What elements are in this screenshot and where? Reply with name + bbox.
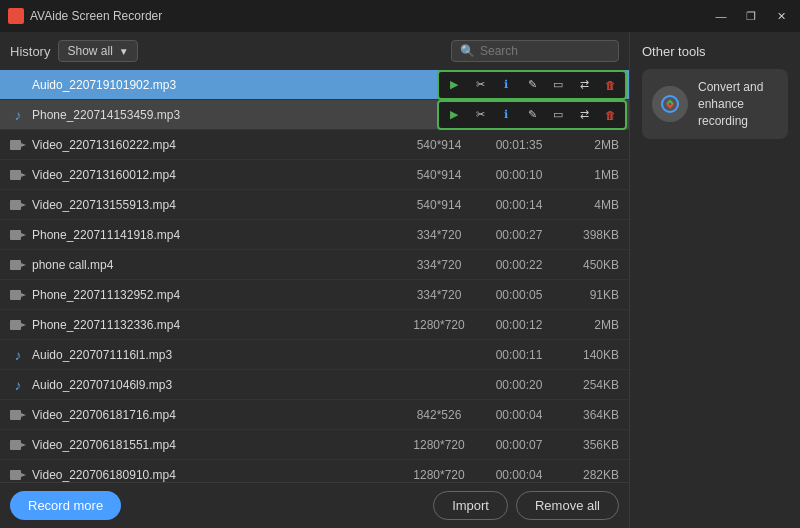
cut-action-button[interactable]: ✂ [469, 104, 491, 126]
file-row[interactable]: Video_220713155913.mp4540*91400:00:144MB [0, 190, 629, 220]
convert-enhance-tool[interactable]: Convert and enhance recording [642, 69, 788, 139]
delete-action-button[interactable]: 🗑 [599, 104, 621, 126]
file-name: Video_220706181716.mp4 [32, 408, 399, 422]
file-row[interactable]: ♪Auido_2207071046l9.mp300:00:20254KB [0, 370, 629, 400]
video-file-icon [10, 317, 26, 333]
file-duration: 00:00:04 [479, 408, 559, 422]
window-controls: — ❐ ✕ [710, 5, 792, 27]
file-duration: 00:00:10 [479, 168, 559, 182]
remove-all-button[interactable]: Remove all [516, 491, 619, 520]
file-row[interactable]: Video_220706180910.mp41280*72000:00:0428… [0, 460, 629, 482]
convert-enhance-label: Convert and enhance recording [698, 79, 778, 129]
audio-file-icon: ♪ [10, 77, 26, 93]
file-row[interactable]: Phone_220711132952.mp4334*72000:00:0591K… [0, 280, 629, 310]
other-tools-title: Other tools [642, 44, 788, 59]
play-action-button[interactable]: ▶ [443, 74, 465, 96]
minimize-button[interactable]: — [710, 5, 732, 27]
play-action-button[interactable]: ▶ [443, 104, 465, 126]
svg-marker-1 [21, 143, 26, 147]
right-panel: Other tools Convert and enhance recordin… [630, 32, 800, 528]
svg-marker-19 [21, 473, 26, 477]
close-button[interactable]: ✕ [770, 5, 792, 27]
search-input[interactable] [480, 44, 610, 58]
file-row[interactable]: Video_220713160012.mp4540*91400:00:101MB [0, 160, 629, 190]
history-dropdown[interactable]: Show all ▼ [58, 40, 137, 62]
file-resolution: 334*720 [399, 288, 479, 302]
left-panel: History Show all ▼ 🔍 ♪Auido_220719101902… [0, 32, 630, 528]
file-size: 140KB [559, 348, 619, 362]
svg-marker-7 [21, 233, 26, 237]
svg-rect-18 [10, 470, 21, 480]
file-row[interactable]: Video_220706181551.mp41280*72000:00:0735… [0, 430, 629, 460]
file-duration: 00:01:35 [479, 138, 559, 152]
file-size: 398KB [559, 228, 619, 242]
history-label: History [10, 44, 50, 59]
history-dropdown-value: Show all [67, 44, 112, 58]
row-actions: ▶✂ℹ✎▭⇄🗑 [437, 70, 627, 100]
svg-marker-5 [21, 203, 26, 207]
history-bar: History Show all ▼ 🔍 [0, 32, 629, 70]
file-row[interactable]: ♪Auido_220719101902.mp300:00:23417KB▶✂ℹ✎… [0, 70, 629, 100]
svg-rect-6 [10, 230, 21, 240]
svg-marker-11 [21, 293, 26, 297]
cut-action-button[interactable]: ✂ [469, 74, 491, 96]
file-duration: 00:00:11 [479, 348, 559, 362]
info-action-button[interactable]: ℹ [495, 104, 517, 126]
svg-marker-13 [21, 323, 26, 327]
file-duration: 00:00:04 [479, 468, 559, 482]
info-action-button[interactable]: ℹ [495, 74, 517, 96]
file-duration: 00:00:27 [479, 228, 559, 242]
maximize-button[interactable]: ❐ [740, 5, 762, 27]
folder-action-button[interactable]: ▭ [547, 74, 569, 96]
file-name: Auido_220719101902.mp3 [32, 78, 399, 92]
file-resolution: 540*914 [399, 138, 479, 152]
file-size: 2MB [559, 318, 619, 332]
svg-rect-12 [10, 320, 21, 330]
video-file-icon [10, 287, 26, 303]
file-row[interactable]: Phone_220711132336.mp41280*72000:00:122M… [0, 310, 629, 340]
file-resolution: 334*720 [399, 228, 479, 242]
file-size: 1MB [559, 168, 619, 182]
titlebar: AVAide Screen Recorder — ❐ ✕ [0, 0, 800, 32]
file-duration: 00:00:14 [479, 198, 559, 212]
file-name: Video_220713155913.mp4 [32, 198, 399, 212]
video-file-icon [10, 227, 26, 243]
share-action-button[interactable]: ⇄ [573, 104, 595, 126]
file-row[interactable]: ♪Auido_2207071116l1.mp300:00:11140KB [0, 340, 629, 370]
file-name: Auido_2207071046l9.mp3 [32, 378, 399, 392]
edit-action-button[interactable]: ✎ [521, 104, 543, 126]
file-row[interactable]: phone call.mp4334*72000:00:22450KB [0, 250, 629, 280]
file-size: 356KB [559, 438, 619, 452]
file-row[interactable]: Video_220706181716.mp4842*52600:00:04364… [0, 400, 629, 430]
svg-marker-9 [21, 263, 26, 267]
file-name: Phone_220711132952.mp4 [32, 288, 399, 302]
file-resolution: 540*914 [399, 198, 479, 212]
folder-action-button[interactable]: ▭ [547, 104, 569, 126]
file-size: 364KB [559, 408, 619, 422]
file-name: phone call.mp4 [32, 258, 399, 272]
edit-action-button[interactable]: ✎ [521, 74, 543, 96]
file-row[interactable]: ♪Phone_220714153459.mp300:00:32127KB▶✂ℹ✎… [0, 100, 629, 130]
file-size: 91KB [559, 288, 619, 302]
import-button[interactable]: Import [433, 491, 508, 520]
share-action-button[interactable]: ⇄ [573, 74, 595, 96]
file-duration: 00:00:20 [479, 378, 559, 392]
file-row[interactable]: Video_220713160222.mp4540*91400:01:352MB [0, 130, 629, 160]
svg-rect-2 [10, 170, 21, 180]
search-icon: 🔍 [460, 44, 475, 58]
file-row[interactable]: Phone_220711141918.mp4334*72000:00:27398… [0, 220, 629, 250]
file-resolution: 1280*720 [399, 468, 479, 482]
file-size: 4MB [559, 198, 619, 212]
record-more-button[interactable]: Record more [10, 491, 121, 520]
svg-rect-10 [10, 290, 21, 300]
svg-point-24 [662, 96, 678, 112]
search-box[interactable]: 🔍 [451, 40, 619, 62]
delete-action-button[interactable]: 🗑 [599, 74, 621, 96]
audio-file-icon: ♪ [10, 107, 26, 123]
bottom-bar: Record more Import Remove all [0, 482, 629, 528]
file-name: Video_220706181551.mp4 [32, 438, 399, 452]
file-duration: 00:00:12 [479, 318, 559, 332]
file-duration: 00:00:22 [479, 258, 559, 272]
file-resolution: 842*526 [399, 408, 479, 422]
main-layout: History Show all ▼ 🔍 ♪Auido_220719101902… [0, 32, 800, 528]
